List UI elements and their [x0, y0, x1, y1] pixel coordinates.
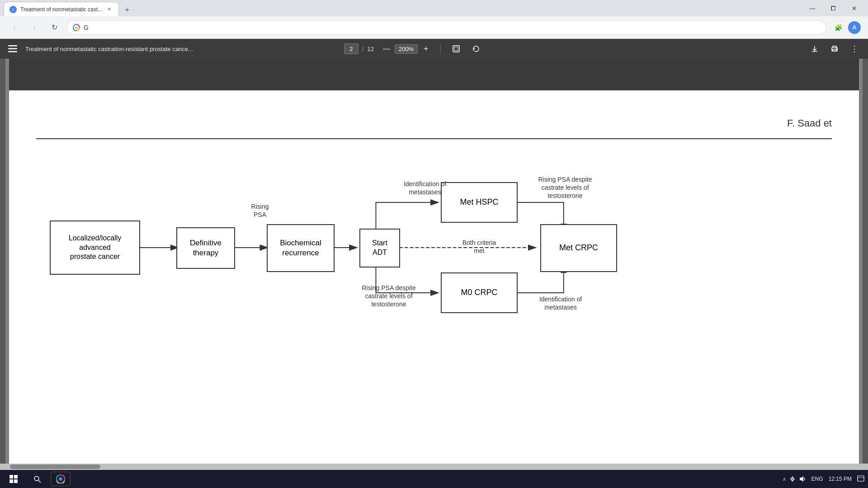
extensions-button[interactable]: 🧩	[832, 21, 844, 34]
svg-rect-7	[453, 46, 459, 52]
label-identification-metastases-2: Identification ofmetastases	[529, 295, 592, 311]
svg-rect-10	[833, 49, 836, 51]
box-biochemical: Biochemicalrecurrence	[267, 224, 335, 272]
pdf-page: F. Saad et	[9, 59, 859, 464]
tab-bar: G Treatment of nonmetastatic cast... ✕ +…	[0, 0, 868, 16]
notification-icon[interactable]	[857, 475, 864, 483]
maximize-button[interactable]: ⧠	[823, 0, 844, 16]
svg-rect-6	[8, 51, 17, 52]
svg-point-21	[34, 476, 39, 481]
flowchart: Localized/locallyadvancedprostate cancer…	[36, 153, 832, 343]
pdf-zoom-plus[interactable]: +	[420, 43, 431, 54]
svg-rect-5	[8, 48, 17, 50]
pdf-download-button[interactable]	[808, 42, 821, 55]
browser-tab[interactable]: G Treatment of nonmetastatic cast... ✕	[4, 2, 119, 16]
label-rising-psa-bottom: Rising PSA despitecastrate levels oftest…	[353, 284, 425, 309]
volume-icon	[799, 475, 806, 483]
pdf-page-total: 12	[367, 46, 373, 52]
pdf-zoom-control: — 200% +	[381, 43, 431, 54]
extension-area: 🧩 A	[832, 21, 861, 34]
svg-text:G: G	[75, 26, 78, 30]
start-adt-text: StartADT	[372, 239, 387, 258]
google-favicon: G	[73, 24, 80, 31]
box-m0-crpc: M0 CRPC	[441, 272, 518, 313]
box-localized: Localized/locallyadvancedprostate cancer	[50, 221, 140, 275]
right-border	[863, 59, 868, 464]
svg-point-11	[836, 48, 837, 49]
pdf-content: F. Saad et	[0, 59, 868, 464]
address-bar: ‹ › ↻ G G 🧩 A	[0, 16, 868, 39]
svg-rect-28	[858, 476, 864, 481]
svg-rect-17	[9, 475, 13, 479]
pdf-rotate-button[interactable]	[470, 42, 482, 55]
svg-text:G: G	[12, 8, 14, 11]
up-arrow-icon[interactable]: ∧	[783, 476, 786, 482]
window-controls: — ⧠ ✕	[802, 0, 864, 16]
pdf-zoom-minus[interactable]: —	[381, 43, 392, 54]
pdf-menu-button[interactable]	[7, 43, 18, 54]
svg-marker-27	[800, 476, 803, 482]
reload-button[interactable]: ↻	[47, 20, 61, 35]
tab-favicon: G	[9, 6, 17, 13]
taskbar-system-icons: ∧	[783, 475, 806, 483]
box-met-hspc: Met HSPC	[441, 182, 518, 223]
label-both-criteria: Both criteriamet	[457, 239, 502, 255]
svg-rect-4	[8, 45, 17, 47]
svg-line-22	[38, 480, 41, 483]
url-bar[interactable]: G G	[67, 20, 826, 35]
start-button[interactable]	[4, 472, 24, 486]
pdf-more-button[interactable]: ⋮	[848, 42, 861, 55]
met-hspc-text: Met HSPC	[460, 197, 498, 207]
page-content: F. Saad et	[36, 77, 832, 343]
svg-rect-19	[9, 479, 13, 483]
taskbar-chrome-icon[interactable]	[51, 472, 71, 486]
tab-label: Treatment of nonmetastatic cast...	[20, 6, 102, 13]
forward-button[interactable]: ›	[27, 20, 42, 35]
pdf-page-control: / 12	[344, 43, 374, 54]
m0-crpc-text: M0 CRPC	[461, 287, 497, 298]
author-text: F. Saad et	[36, 113, 832, 139]
scrollbar-thumb[interactable]	[10, 465, 100, 469]
box-definitive: Definitivetherapy	[176, 227, 235, 269]
pdf-zoom-value: 200%	[395, 44, 418, 54]
left-border	[0, 59, 5, 464]
network-icon	[789, 475, 796, 483]
svg-point-24	[59, 477, 62, 481]
met-crpc-text: Met CRPC	[559, 243, 598, 253]
definitive-text: Definitivetherapy	[190, 238, 222, 258]
taskbar-search[interactable]	[27, 472, 47, 486]
minimize-button[interactable]: —	[802, 0, 823, 16]
close-button[interactable]: ✕	[844, 0, 864, 16]
pdf-fit-button[interactable]	[450, 42, 462, 55]
box-start-adt: StartADT	[359, 229, 400, 267]
browser-window: G Treatment of nonmetastatic cast... ✕ +…	[0, 0, 868, 470]
new-tab-button[interactable]: +	[121, 4, 133, 16]
pdf-toolbar: Treatment of nonmetastatic castration-re…	[0, 39, 868, 59]
taskbar-right: ∧ ENG 12:15 PM	[783, 475, 864, 483]
svg-rect-8	[454, 47, 458, 51]
back-button[interactable]: ‹	[7, 20, 22, 35]
box-met-crpc: Met CRPC	[540, 224, 617, 272]
pdf-print-button[interactable]	[828, 42, 841, 55]
label-rising-psa-top: Rising PSA despitecastrate levels oftest…	[529, 175, 601, 200]
taskbar-time: 12:15 PM	[829, 476, 852, 482]
pdf-title: Treatment of nonmetastatic castration-re…	[25, 46, 337, 52]
url-text: G	[84, 24, 821, 31]
taskbar: ∧ ENG 12:15 PM	[0, 470, 868, 488]
taskbar-lang: ENG	[811, 476, 823, 482]
profile-button[interactable]: A	[848, 21, 861, 34]
label-rising-psa-1: RisingPSA	[242, 202, 278, 219]
tab-close-button[interactable]: ✕	[106, 6, 113, 13]
horizontal-scrollbar[interactable]	[0, 464, 868, 470]
biochemical-text: Biochemicalrecurrence	[280, 238, 321, 258]
pdf-page-sep: /	[362, 46, 364, 52]
svg-rect-20	[14, 479, 18, 483]
pdf-page-input[interactable]	[344, 43, 359, 54]
svg-rect-18	[14, 475, 18, 479]
label-identification-metastases: Identification ofmetastases	[398, 180, 452, 196]
